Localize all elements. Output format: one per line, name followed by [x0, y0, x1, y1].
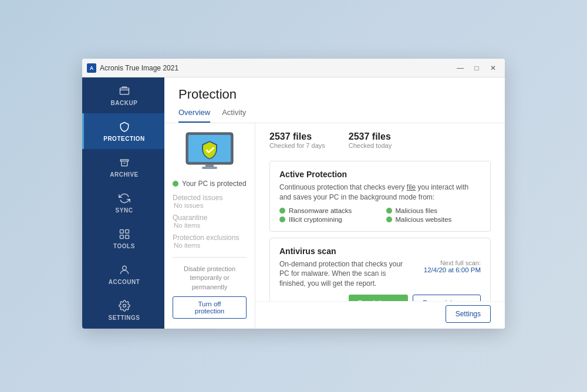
sync-icon: [118, 192, 131, 205]
stat-7days-count: 2537 files: [269, 131, 325, 142]
stat-7days-label: Checked for 7 days: [269, 142, 325, 149]
stat-today-label: Checked today: [349, 142, 392, 149]
sidebar-item-settings[interactable]: SETTINGS: [82, 292, 164, 328]
issue-list: Detected issues No issues Quarantine No …: [173, 194, 247, 249]
stat-7days: 2537 files Checked for 7 days: [269, 131, 325, 149]
antivirus-title: Antivirus scan: [279, 246, 481, 256]
sidebar-item-sync[interactable]: SYNC: [82, 185, 164, 221]
account-icon: [118, 263, 131, 276]
next-scan-date: 12/4/20 at 6:00 PM: [410, 266, 481, 273]
tab-bar: Overview Activity: [178, 108, 491, 123]
protection-status: Your PC is protected: [173, 180, 247, 188]
svg-rect-1: [120, 230, 123, 234]
antivirus-left: On-demand protection that checks your PC…: [279, 259, 410, 289]
close-button[interactable]: ✕: [486, 62, 500, 74]
sidebar: BACKUP PROTECTION ARCHIVE: [82, 77, 164, 329]
content-area: 2537 files Checked for 7 days 2537 files…: [255, 123, 505, 301]
desc-highlight: file: [407, 183, 416, 191]
run-quick-scan-button[interactable]: Run quick scan: [413, 295, 481, 301]
feature-ransomware: Ransomware attacks: [279, 207, 375, 214]
maximize-button[interactable]: □: [470, 62, 484, 74]
turn-off-button[interactable]: Turn off protection: [173, 296, 247, 319]
tab-activity[interactable]: Activity: [222, 108, 246, 123]
disable-protection-area: Disable protection temporarily or perman…: [173, 257, 247, 319]
right-pane: 2537 files Checked for 7 days 2537 files…: [255, 123, 505, 329]
title-bar-left: A Acronis True Image 2021: [87, 63, 178, 73]
sidebar-label-sync: SYNC: [116, 207, 133, 214]
app-logo: A: [87, 63, 96, 73]
active-protection-desc: Continuous protection that checks every …: [279, 183, 481, 202]
sidebar-item-backup[interactable]: BACKUP: [82, 77, 164, 113]
exclusions-value: No items: [173, 242, 247, 249]
tools-icon: [118, 228, 131, 241]
feature-malicious-websites-label: Malicious websites: [396, 216, 452, 223]
feature-cryptomining: Illicit cryptomining: [279, 216, 375, 223]
settings-bar: Settings: [255, 301, 505, 329]
next-scan-label: Next full scan:: [410, 259, 481, 266]
sidebar-label-tools: TOOLS: [113, 243, 135, 249]
minimize-button[interactable]: —: [453, 62, 467, 74]
window-controls: — □ ✕: [453, 62, 500, 74]
sidebar-item-account[interactable]: ACCOUNT: [82, 256, 164, 292]
sidebar-label-account: ACCOUNT: [109, 279, 140, 285]
page-header: Protection Overview Activity: [164, 77, 505, 123]
window-body: BACKUP PROTECTION ARCHIVE: [82, 77, 505, 329]
feature-ransomware-label: Ransomware attacks: [289, 207, 352, 214]
issue-exclusions: Protection exclusions No items: [173, 234, 247, 249]
quarantine-value: No items: [173, 222, 247, 229]
feature-cryptomining-label: Illicit cryptomining: [289, 216, 342, 223]
window-title: Acronis True Image 2021: [100, 64, 178, 72]
svg-rect-4: [125, 235, 129, 239]
title-bar: A Acronis True Image 2021 — □ ✕: [82, 59, 505, 77]
issue-quarantine: Quarantine No items: [173, 214, 247, 229]
sidebar-label-settings: SETTINGS: [108, 315, 140, 321]
detected-issues-label: Detected issues: [173, 194, 247, 202]
left-pane: Your PC is protected Detected issues No …: [164, 123, 255, 329]
svg-rect-0: [120, 88, 129, 94]
protection-features: Ransomware attacks Malicious files Illic…: [279, 207, 481, 223]
sidebar-item-protection[interactable]: PROTECTION: [82, 113, 164, 149]
sidebar-label-protection: PROTECTION: [103, 136, 145, 142]
feature-malicious-files: Malicious files: [386, 207, 481, 214]
antivirus-desc: On-demand protection that checks your PC…: [279, 259, 410, 289]
sidebar-label-backup: BACKUP: [111, 100, 138, 106]
backup-icon: [118, 85, 131, 97]
page-title: Protection: [178, 87, 491, 102]
settings-icon: [118, 299, 131, 312]
monitor-illustration: [183, 131, 236, 174]
run-full-scan-button[interactable]: Run full scan: [349, 295, 408, 301]
feature-dot-ransomware: [279, 208, 285, 214]
desc-before: Continuous protection that checks every: [279, 183, 407, 191]
stat-today: 2537 files Checked today: [349, 131, 392, 149]
main-window: A Acronis True Image 2021 — □ ✕ BACKUP: [82, 59, 505, 329]
exclusions-label: Protection exclusions: [173, 234, 247, 242]
quarantine-label: Quarantine: [173, 214, 247, 222]
protection-icon: [118, 120, 131, 133]
stat-today-count: 2537 files: [349, 131, 392, 142]
antivirus-buttons: Run full scan Run quick scan: [279, 295, 481, 301]
feature-malicious-websites: Malicious websites: [386, 216, 481, 223]
svg-rect-3: [120, 235, 123, 239]
sidebar-item-archive[interactable]: ARCHIVE: [82, 149, 164, 185]
active-protection-title: Active Protection: [279, 170, 481, 179]
svg-rect-11: [202, 167, 217, 169]
sidebar-label-archive: ARCHIVE: [110, 171, 139, 178]
feature-dot-cryptomining: [279, 217, 285, 222]
detected-issues-value: No issues: [173, 202, 247, 209]
antivirus-card: Antivirus scan On-demand protection that…: [269, 238, 491, 301]
svg-rect-2: [125, 230, 129, 234]
antivirus-body: On-demand protection that checks your PC…: [279, 259, 481, 289]
antivirus-right: Next full scan: 12/4/20 at 6:00 PM: [410, 259, 481, 273]
svg-point-5: [122, 266, 126, 270]
tab-overview[interactable]: Overview: [178, 108, 210, 123]
sidebar-item-help[interactable]: HELP: [82, 328, 164, 329]
settings-button[interactable]: Settings: [446, 305, 491, 323]
active-protection-card: Active Protection Continuous protection …: [269, 161, 491, 232]
sidebar-item-tools[interactable]: TOOLS: [82, 221, 164, 256]
feature-malicious-files-label: Malicious files: [396, 207, 438, 214]
archive-icon: [118, 156, 131, 169]
stats-row: 2537 files Checked for 7 days 2537 files…: [269, 131, 491, 155]
feature-dot-malicious-files: [386, 208, 392, 214]
svg-point-6: [123, 305, 126, 307]
feature-dot-malicious-websites: [386, 217, 392, 222]
